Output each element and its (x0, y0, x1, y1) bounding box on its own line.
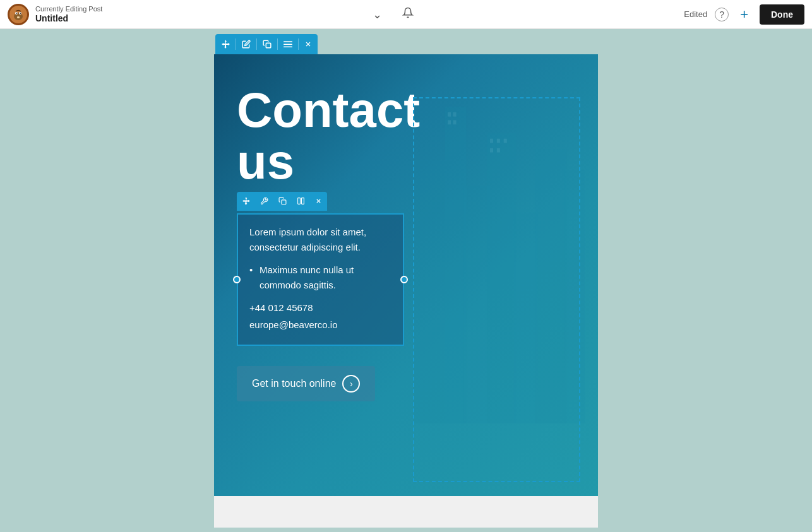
heading-line1: Contact (237, 82, 420, 138)
outer-menu-button[interactable] (278, 34, 298, 54)
outer-edit-button[interactable] (236, 34, 256, 54)
below-canvas (214, 496, 598, 528)
topbar-center: ⌄ (367, 4, 419, 24)
canvas-area: Contact us (0, 29, 812, 532)
inner-cols-button[interactable] (292, 192, 310, 211)
inner-copy-button[interactable] (273, 192, 292, 211)
heading-line2: us (237, 134, 294, 189)
topbar-left: Currently Editing Post Untitled (8, 4, 102, 25)
help-button[interactable]: ? (715, 8, 729, 21)
svg-rect-7 (266, 43, 271, 48)
inner-wrench-button[interactable] (255, 192, 273, 211)
contact-heading: Contact us (237, 85, 575, 188)
outer-copy-button[interactable] (257, 34, 277, 54)
arrow-circle-icon: › (342, 375, 360, 393)
page-wrapper: Contact us (214, 32, 598, 528)
add-block-button[interactable]: + (736, 5, 752, 24)
outer-block-toolbar[interactable] (215, 34, 318, 54)
outer-close-button[interactable] (299, 34, 318, 54)
lorem-text: Lorem ipsum dolor sit amet, consectetur … (249, 225, 391, 255)
cta-label: Get in touch online (252, 378, 336, 389)
contact-phone: +44 012 45678 (249, 299, 391, 316)
post-info: Currently Editing Post Untitled (35, 5, 102, 24)
avatar (8, 4, 29, 25)
contact-email: europe@beaverco.io (249, 316, 391, 333)
resize-handle-right[interactable] (400, 276, 408, 283)
svg-rect-10 (284, 47, 292, 47)
svg-point-4 (16, 13, 18, 14)
inner-block: Lorem ipsum dolor sit amet, consectetur … (237, 213, 404, 346)
resize-handle-left[interactable] (233, 276, 241, 283)
svg-point-5 (20, 13, 21, 14)
done-button[interactable]: Done (760, 4, 804, 25)
cta-button[interactable]: Get in touch online › (237, 366, 375, 401)
outer-move-button[interactable] (215, 34, 236, 54)
inner-move-button[interactable] (237, 192, 255, 211)
post-title: Untitled (35, 13, 102, 24)
svg-rect-9 (284, 44, 292, 44)
svg-rect-31 (302, 198, 304, 204)
contact-content: Contact us (214, 54, 598, 439)
post-label: Currently Editing Post (35, 5, 102, 13)
svg-rect-29 (282, 200, 286, 204)
notifications-button[interactable] (397, 4, 419, 24)
edited-status: Edited (684, 9, 707, 19)
inner-block-toolbar[interactable] (237, 192, 327, 211)
svg-rect-6 (17, 16, 20, 18)
chevron-down-button[interactable]: ⌄ (367, 5, 387, 24)
topbar-right: Edited ? + Done (684, 4, 804, 25)
bullet-item-1: Maximus nunc nulla ut commodo sagittis. (249, 263, 391, 293)
inner-close-button[interactable] (310, 192, 327, 211)
svg-rect-30 (298, 198, 301, 204)
topbar: Currently Editing Post Untitled ⌄ Edited… (0, 0, 812, 29)
inner-block-wrapper: Lorem ipsum dolor sit amet, consectetur … (237, 213, 404, 346)
bullet-list: Maximus nunc nulla ut commodo sagittis. (249, 263, 391, 293)
svg-rect-8 (284, 41, 292, 42)
contact-section: Contact us (214, 54, 598, 528)
